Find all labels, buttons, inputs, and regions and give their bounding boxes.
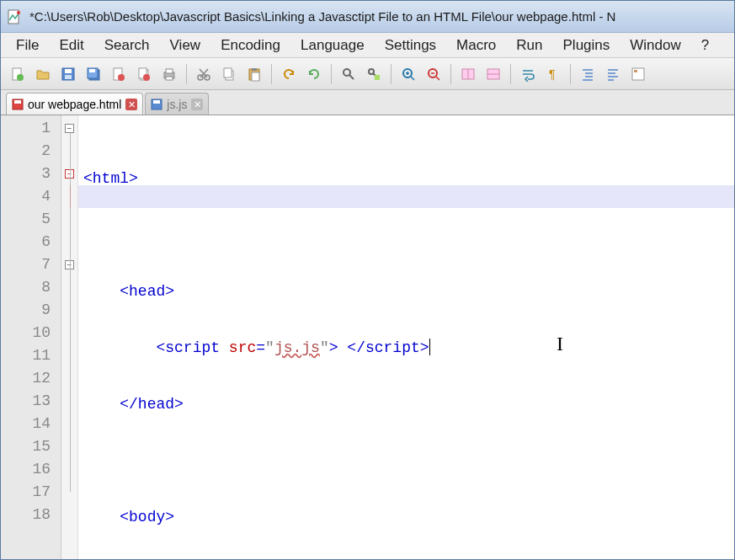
svg-rect-34 bbox=[634, 70, 637, 72]
code-line[interactable]: <head> bbox=[83, 280, 734, 303]
line-number: 18 bbox=[1, 504, 61, 526]
line-number: 8 bbox=[1, 276, 61, 299]
show-all-chars-button[interactable]: ¶ bbox=[541, 62, 565, 86]
toolbar: ¶ bbox=[1, 58, 734, 90]
svg-rect-21 bbox=[224, 68, 232, 77]
close-file-button[interactable] bbox=[107, 62, 130, 86]
tab-close-button[interactable]: ✕ bbox=[191, 99, 203, 110]
tabbar: our webpage.html ✕ js.js ✕ bbox=[1, 90, 734, 115]
code-line[interactable] bbox=[83, 450, 734, 472]
tab-label: js.js bbox=[167, 98, 187, 111]
sync-v-button[interactable] bbox=[456, 62, 480, 86]
user-lang-button[interactable] bbox=[601, 62, 625, 86]
line-number: 7 bbox=[1, 253, 61, 276]
menu-plugins[interactable]: Plugins bbox=[555, 34, 619, 57]
menu-view[interactable]: View bbox=[162, 34, 210, 57]
toolbar-separator bbox=[391, 64, 391, 84]
svg-rect-17 bbox=[166, 77, 173, 80]
svg-point-3 bbox=[17, 74, 24, 81]
svg-rect-38 bbox=[153, 100, 160, 104]
line-number-gutter: 1 2 3 4 5 6 7 8 9 10 11 12 13 14 15 16 1… bbox=[1, 115, 61, 559]
menu-window[interactable]: Window bbox=[621, 34, 689, 57]
menu-macro[interactable]: Macro bbox=[448, 34, 504, 57]
toolbar-separator bbox=[186, 64, 187, 84]
line-number: 5 bbox=[1, 208, 61, 231]
new-file-button[interactable] bbox=[6, 62, 29, 86]
svg-text:¶: ¶ bbox=[549, 67, 556, 81]
svg-rect-9 bbox=[89, 69, 95, 72]
svg-rect-27 bbox=[375, 75, 380, 80]
toolbar-separator bbox=[331, 64, 332, 84]
menu-file[interactable]: File bbox=[8, 34, 47, 57]
save-button[interactable] bbox=[56, 62, 80, 86]
tab-label: our webpage.html bbox=[28, 98, 121, 111]
menu-settings[interactable]: Settings bbox=[376, 34, 445, 57]
menu-edit[interactable]: Edit bbox=[51, 34, 92, 57]
toolbar-separator bbox=[570, 64, 571, 84]
line-number: 11 bbox=[1, 344, 61, 367]
svg-point-14 bbox=[143, 74, 150, 81]
paste-button[interactable] bbox=[242, 62, 266, 86]
code-area[interactable]: <html> <head> <script src="js.js"> </scr… bbox=[78, 115, 734, 559]
toolbar-separator bbox=[271, 64, 272, 84]
svg-rect-16 bbox=[166, 69, 173, 73]
replace-button[interactable] bbox=[362, 62, 386, 86]
tab-our-webpage[interactable]: our webpage.html ✕ bbox=[6, 93, 143, 115]
sync-h-button[interactable] bbox=[482, 62, 505, 86]
svg-point-11 bbox=[118, 74, 125, 81]
line-number: 6 bbox=[1, 231, 61, 253]
word-wrap-button[interactable] bbox=[516, 62, 540, 86]
svg-point-1 bbox=[17, 11, 20, 14]
open-file-button[interactable] bbox=[31, 62, 55, 86]
line-number: 17 bbox=[1, 481, 61, 504]
code-line[interactable]: </head> bbox=[83, 393, 734, 416]
line-number: 16 bbox=[1, 458, 61, 481]
menu-language[interactable]: Language bbox=[292, 34, 373, 57]
cut-button[interactable] bbox=[192, 62, 216, 86]
line-number: 15 bbox=[1, 435, 61, 458]
toolbar-separator bbox=[450, 64, 451, 84]
svg-rect-23 bbox=[252, 68, 257, 71]
code-line[interactable]: <body> bbox=[83, 506, 734, 529]
file-saved-icon bbox=[151, 99, 162, 110]
close-all-button[interactable] bbox=[132, 62, 156, 86]
line-number: 14 bbox=[1, 413, 61, 435]
line-number: 10 bbox=[1, 322, 61, 344]
line-number: 4 bbox=[1, 185, 61, 208]
redo-button[interactable] bbox=[302, 62, 326, 86]
code-line[interactable]: <script src="js.js"> </script> bbox=[83, 337, 734, 360]
code-line[interactable]: <html> bbox=[83, 168, 734, 190]
line-number: 3 bbox=[1, 163, 61, 185]
titlebar: *C:\Users\Rob\Desktop\Javascript Basics\… bbox=[1, 1, 734, 33]
indent-guide-button[interactable] bbox=[576, 62, 599, 86]
zoom-in-button[interactable] bbox=[397, 62, 420, 86]
fold-column: − − − bbox=[61, 115, 78, 559]
menubar: File Edit Search View Encoding Language … bbox=[1, 33, 734, 58]
line-number: 2 bbox=[1, 140, 61, 163]
line-number: 1 bbox=[1, 117, 61, 140]
svg-rect-36 bbox=[14, 100, 21, 104]
menu-encoding[interactable]: Encoding bbox=[212, 34, 289, 57]
doc-map-button[interactable] bbox=[626, 62, 650, 86]
menu-search[interactable]: Search bbox=[96, 34, 158, 57]
menu-run[interactable]: Run bbox=[508, 34, 551, 57]
undo-button[interactable] bbox=[277, 62, 301, 86]
svg-point-25 bbox=[344, 69, 350, 76]
copy-button[interactable] bbox=[217, 62, 241, 86]
app-icon bbox=[6, 8, 24, 26]
find-button[interactable] bbox=[337, 62, 360, 86]
print-button[interactable] bbox=[157, 62, 181, 86]
save-all-button[interactable] bbox=[82, 62, 105, 86]
svg-rect-6 bbox=[65, 75, 72, 79]
code-line[interactable] bbox=[83, 224, 734, 247]
line-number: 12 bbox=[1, 367, 61, 390]
line-number: 13 bbox=[1, 390, 61, 413]
tab-js[interactable]: js.js ✕ bbox=[145, 93, 209, 115]
fold-toggle[interactable]: − bbox=[65, 124, 74, 133]
zoom-out-button[interactable] bbox=[422, 62, 445, 86]
menu-help[interactable]: ? bbox=[693, 34, 717, 57]
line-number: 9 bbox=[1, 299, 61, 322]
tab-close-button[interactable]: ✕ bbox=[125, 99, 137, 110]
window-title: *C:\Users\Rob\Desktop\Javascript Basics\… bbox=[29, 9, 615, 24]
toolbar-separator bbox=[510, 64, 511, 84]
